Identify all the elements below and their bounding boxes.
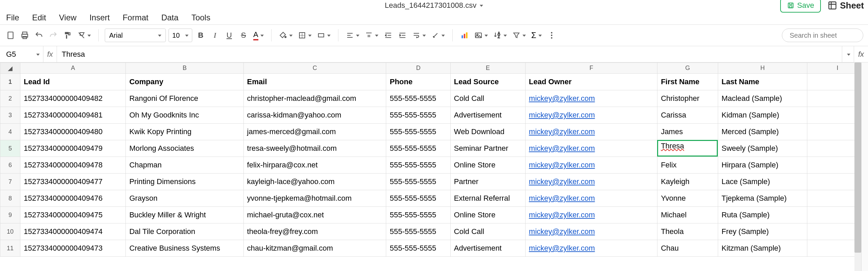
cell[interactable]: james-merced@gmail.com [243, 124, 386, 140]
row-header[interactable]: 3 [0, 107, 20, 124]
title-dropdown-icon[interactable] [478, 1, 483, 10]
cell[interactable]: mickey@zylker.com [525, 157, 657, 174]
cell[interactable]: Sweely (Sample) [718, 140, 807, 157]
cell[interactable]: mickey@zylker.com [525, 124, 657, 140]
cell[interactable]: Kayleigh [657, 174, 718, 190]
col-header-F[interactable]: F [525, 63, 657, 74]
image-icon[interactable] [473, 31, 489, 39]
cell[interactable]: Felix [657, 157, 718, 174]
cell[interactable]: Last Name [718, 74, 807, 90]
menu-insert[interactable]: Insert [90, 13, 110, 22]
cell[interactable]: Michael [657, 207, 718, 223]
cell[interactable]: felix-hirpara@cox.net [243, 157, 386, 174]
cell[interactable]: mickey@zylker.com [525, 107, 657, 124]
cell[interactable]: Online Store [450, 157, 525, 174]
cell[interactable]: External Referral [450, 190, 525, 207]
cell[interactable]: 555-555-5555 [386, 240, 450, 257]
new-icon[interactable] [5, 30, 16, 41]
col-header-A[interactable]: A [20, 63, 125, 74]
bold-icon[interactable]: B [195, 30, 206, 41]
select-all-cell[interactable]: ◢ [0, 63, 20, 74]
cell-reference[interactable]: G5 [3, 46, 43, 62]
cell[interactable]: 1527334000000409477 [20, 174, 125, 190]
cell[interactable]: Kwik Kopy Printing [126, 124, 243, 140]
menu-edit[interactable]: Edit [32, 13, 46, 22]
row-header[interactable]: 5 [0, 140, 20, 157]
search-in-sheet[interactable] [782, 29, 863, 42]
cell[interactable]: theola-frey@frey.com [243, 223, 386, 240]
cell[interactable]: Rangoni Of Florence [126, 90, 243, 107]
underline-icon[interactable]: U [223, 30, 235, 41]
cell[interactable]: michael-gruta@cox.net [243, 207, 386, 223]
cell[interactable]: 1527334000000409479 [20, 140, 125, 157]
filter-icon[interactable] [511, 31, 527, 39]
cell[interactable]: 1527334000000409474 [20, 223, 125, 240]
email-link[interactable]: mickey@zylker.com [529, 177, 595, 186]
cell[interactable]: 555-555-5555 [386, 190, 450, 207]
cell[interactable]: Phone [386, 74, 450, 90]
fill-color-icon[interactable] [278, 31, 294, 39]
redo-icon[interactable] [47, 30, 59, 41]
email-link[interactable]: mickey@zylker.com [529, 227, 595, 236]
col-header-B[interactable]: B [126, 63, 243, 74]
italic-icon[interactable]: I [209, 30, 221, 41]
cell[interactable]: Partner [450, 174, 525, 190]
cell[interactable]: Dal Tile Corporation [126, 223, 243, 240]
fx-side-icon[interactable]: fx [854, 46, 868, 62]
search-input[interactable] [790, 32, 868, 39]
print-icon[interactable] [19, 30, 31, 41]
email-link[interactable]: mickey@zylker.com [529, 94, 595, 103]
menu-tools[interactable]: Tools [191, 13, 210, 22]
row-header[interactable]: 9 [0, 207, 20, 223]
col-header-C[interactable]: C [243, 63, 386, 74]
menu-file[interactable]: File [6, 13, 19, 22]
cell[interactable]: Seminar Partner [450, 140, 525, 157]
row-header[interactable]: 4 [0, 124, 20, 140]
save-button[interactable]: Save [780, 0, 821, 13]
cell[interactable]: 1527334000000409481 [20, 107, 125, 124]
cell[interactable]: Merced (Sample) [718, 124, 807, 140]
cell[interactable]: Buckley Miller & Wright [126, 207, 243, 223]
email-link[interactable]: mickey@zylker.com [529, 144, 595, 152]
sum-icon[interactable]: Σ [530, 31, 543, 40]
cell[interactable]: tresa-sweely@hotmail.com [243, 140, 386, 157]
col-header-D[interactable]: D [386, 63, 450, 74]
email-link[interactable]: mickey@zylker.com [529, 244, 595, 252]
cell[interactable]: Theola [657, 223, 718, 240]
cell[interactable]: mickey@zylker.com [525, 174, 657, 190]
cell[interactable]: kayleigh-lace@yahoo.com [243, 174, 386, 190]
email-link[interactable]: mickey@zylker.com [529, 111, 595, 119]
cell[interactable]: Printing Dimensions [126, 174, 243, 190]
row-header[interactable]: 2 [0, 90, 20, 107]
col-header-H[interactable]: H [718, 63, 807, 74]
cell[interactable]: Tjepkema (Sample) [718, 190, 807, 207]
cell[interactable]: mickey@zylker.com [525, 190, 657, 207]
halign-icon[interactable] [344, 31, 361, 39]
undo-icon[interactable] [33, 30, 45, 41]
email-link[interactable]: mickey@zylker.com [529, 161, 595, 169]
cell[interactable]: 1527334000000409475 [20, 207, 125, 223]
cell[interactable]: Chau [657, 240, 718, 257]
cell[interactable]: Advertisement [450, 240, 525, 257]
sort-icon[interactable]: AZ [492, 31, 508, 39]
cell[interactable]: Hirpara (Sample) [718, 157, 807, 174]
cell[interactable]: mickey@zylker.com [525, 240, 657, 257]
cell[interactable]: Grayson [126, 190, 243, 207]
cell[interactable]: Frey (Sample) [718, 223, 807, 240]
cell[interactable]: 1527334000000409482 [20, 90, 125, 107]
cell[interactable]: Online Store [450, 207, 525, 223]
col-header-E[interactable]: E [450, 63, 525, 74]
cell[interactable]: First Name [657, 74, 718, 90]
cell[interactable]: Creative Business Systems [126, 240, 243, 257]
cell[interactable]: Maclead (Sample) [718, 90, 807, 107]
cell[interactable]: Christopher [657, 90, 718, 107]
sheet-button[interactable]: Sheet [828, 0, 864, 11]
clear-format-icon[interactable] [76, 31, 92, 39]
cell[interactable]: Oh My Goodknits Inc [126, 107, 243, 124]
menu-data[interactable]: Data [161, 13, 179, 22]
row-header[interactable]: 1 [0, 74, 20, 90]
cell[interactable]: 555-555-5555 [386, 107, 450, 124]
valign-icon[interactable] [363, 31, 380, 39]
cell[interactable]: chau-kitzman@gmail.com [243, 240, 386, 257]
email-link[interactable]: mickey@zylker.com [529, 194, 595, 202]
